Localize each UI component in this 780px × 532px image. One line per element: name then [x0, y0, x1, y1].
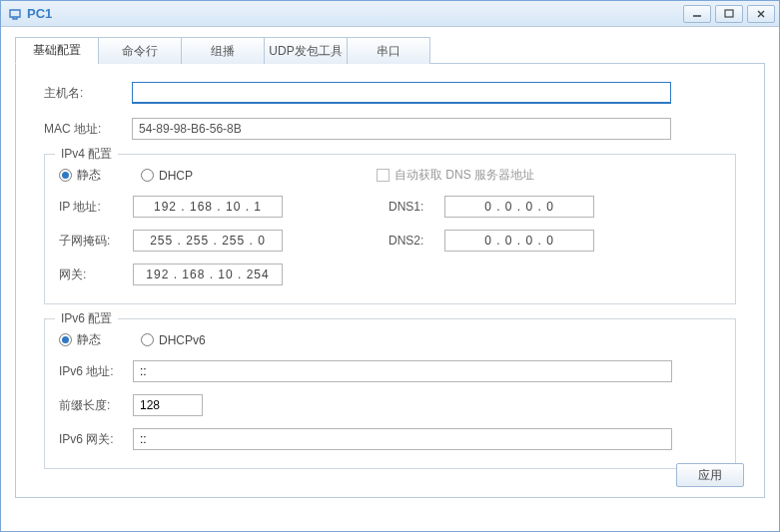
hostname-input[interactable]	[132, 82, 671, 104]
ipv6-addr-input[interactable]	[133, 360, 672, 382]
dns1-label: DNS1:	[389, 200, 444, 214]
ipv6-gw-label: IPv6 网关:	[59, 431, 133, 448]
tab-basic[interactable]: 基础配置	[15, 37, 99, 64]
ipv4-static-radio[interactable]: 静态	[59, 167, 101, 184]
tab-multicast[interactable]: 组播	[181, 37, 265, 64]
checkbox-icon	[377, 169, 390, 182]
ipv4-dhcp-radio[interactable]: DHCP	[141, 169, 377, 183]
gateway-input[interactable]: 192 . 168 . 10 . 254	[133, 264, 283, 285]
apply-label: 应用	[698, 467, 722, 484]
hostname-label: 主机名:	[44, 85, 132, 102]
ip-label: IP 地址:	[59, 199, 133, 216]
content-area: 基础配置 命令行 组播 UDP发包工具 串口 主机名: MAC 地址: IPv4…	[1, 27, 779, 508]
tab-label: 串口	[377, 43, 400, 60]
radio-label: DHCPv6	[159, 333, 206, 347]
radio-icon	[141, 333, 154, 346]
tab-label: 命令行	[122, 43, 158, 60]
tab-udp[interactable]: UDP发包工具	[264, 37, 348, 64]
radio-icon	[59, 169, 72, 182]
radio-label: 静态	[77, 167, 101, 184]
ipv6-dhcp-radio[interactable]: DHCPv6	[141, 333, 206, 347]
ip-input[interactable]: 192 . 168 . 10 . 1	[133, 196, 283, 218]
ipv6-gw-input[interactable]	[133, 428, 672, 450]
minimize-button[interactable]	[683, 5, 711, 23]
ipv6-static-radio[interactable]: 静态	[59, 331, 101, 348]
maximize-button[interactable]	[715, 5, 743, 23]
radio-icon	[59, 333, 72, 346]
gateway-label: 网关:	[59, 266, 133, 283]
mac-input[interactable]	[132, 118, 671, 140]
app-icon	[7, 6, 23, 22]
window-title: PC1	[27, 6, 52, 21]
svg-rect-1	[725, 10, 733, 17]
tab-serial[interactable]: 串口	[347, 37, 430, 64]
dns2-label: DNS2:	[389, 234, 444, 248]
mask-label: 子网掩码:	[59, 233, 133, 250]
close-button[interactable]	[747, 5, 775, 23]
checkbox-label: 自动获取 DNS 服务器地址	[394, 167, 534, 184]
ipv6-prefix-input[interactable]	[133, 394, 203, 416]
tabbar: 基础配置 命令行 组播 UDP发包工具 串口	[15, 37, 765, 64]
titlebar: PC1	[1, 1, 779, 27]
dns2-input[interactable]: 0 . 0 . 0 . 0	[444, 230, 594, 252]
panel-basic: 主机名: MAC 地址: IPv4 配置 静态 DHCP	[15, 64, 765, 498]
tab-label: 组播	[211, 43, 235, 60]
ipv6-legend: IPv6 配置	[55, 310, 118, 327]
ipv6-prefix-label: 前缀长度:	[59, 397, 133, 414]
tab-cli[interactable]: 命令行	[98, 37, 182, 64]
ipv4-fieldset: IPv4 配置 静态 DHCP 自动获取 DNS 服务器地址	[44, 154, 736, 304]
tab-label: UDP发包工具	[269, 43, 342, 60]
mac-label: MAC 地址:	[44, 121, 132, 138]
radio-icon	[141, 169, 154, 182]
radio-label: DHCP	[159, 169, 193, 183]
dns1-input[interactable]: 0 . 0 . 0 . 0	[444, 196, 594, 218]
apply-button[interactable]: 应用	[676, 463, 744, 487]
ipv4-legend: IPv4 配置	[55, 146, 118, 163]
tab-label: 基础配置	[33, 42, 81, 59]
ipv4-autodns-checkbox[interactable]: 自动获取 DNS 服务器地址	[377, 167, 534, 184]
app-window: PC1 基础配置 命令行 组播 UDP发包工具 串口 主机名: MAC 地址:	[0, 0, 780, 532]
ipv6-fieldset: IPv6 配置 静态 DHCPv6 IPv6 地址: 前	[44, 318, 736, 469]
mask-input[interactable]: 255 . 255 . 255 . 0	[133, 230, 283, 252]
radio-label: 静态	[77, 331, 101, 348]
ipv6-addr-label: IPv6 地址:	[59, 363, 133, 380]
